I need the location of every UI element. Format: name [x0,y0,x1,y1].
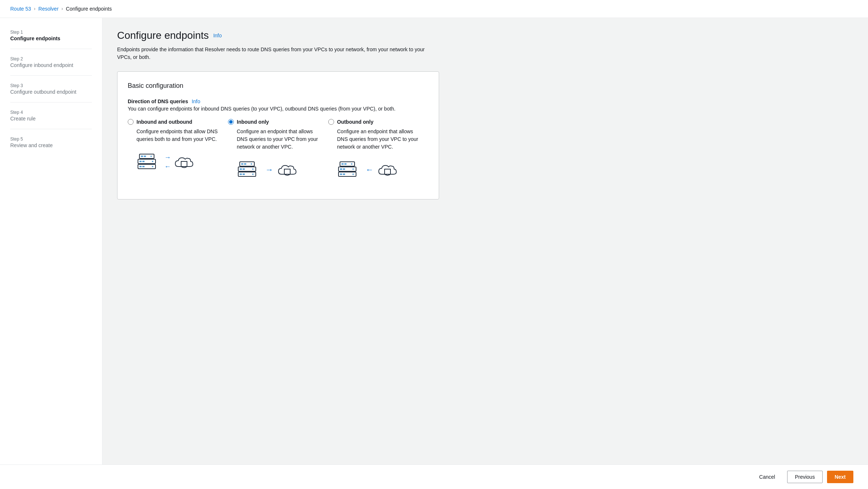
breadcrumb-sep-1: › [34,6,35,11]
svg-rect-26 [340,168,342,170]
option-inbound-only: Inbound only Configure an endpoint that … [228,119,328,189]
page-info-link[interactable]: Info [213,33,222,38]
next-button[interactable]: Next [827,471,853,483]
svg-point-7 [152,166,153,167]
svg-rect-14 [240,168,242,170]
radio-outbound-only[interactable] [328,119,334,125]
cancel-button[interactable]: Cancel [752,471,783,483]
server-stack-icon-2 [237,157,263,183]
svg-point-31 [352,173,354,175]
sidebar-step-1-name: Configure endpoints [10,36,92,41]
sidebar-divider-3 [10,102,92,102]
svg-rect-4 [139,166,142,167]
option-inbound-outbound-description: Configure endpoints that allow DNS queri… [128,128,222,143]
dns-direction-section: Direction of DNS queries Info You can co… [128,98,429,189]
sidebar-step-3-label: Step 3 [10,83,92,88]
sidebar-divider-4 [10,129,92,129]
svg-rect-34 [344,163,347,165]
breadcrumb: Route 53 › Resolver › Configure endpoint… [0,0,868,18]
dns-direction-label: Direction of DNS queries Info [128,98,429,104]
svg-rect-9 [141,156,143,157]
svg-point-30 [352,168,354,170]
page-description: Endpoints provide the information that R… [117,46,439,61]
breadcrumb-sep-2: › [61,6,63,11]
diagram-outbound-only: ← [328,157,423,183]
sidebar-step-2: Step 2 Configure inbound endpoint [0,53,102,71]
page-title: Configure endpoints [117,30,209,41]
sidebar-step-5: Step 5 Review and create [0,134,102,151]
option-inbound-only-label[interactable]: Inbound only [237,119,269,125]
option-outbound-only: Outbound only Configure an endpoint that… [328,119,429,189]
diagram-inbound-only: → [228,157,322,183]
svg-rect-33 [341,163,344,165]
cloud-shield-icon-1 [172,150,196,174]
footer-bar: Cancel Previous Next [0,464,868,488]
svg-rect-5 [142,166,145,167]
previous-button[interactable]: Previous [787,471,822,483]
option-inbound-only-description: Configure an endpoint that allows DNS qu… [228,128,322,151]
diagram-inbound-outbound: → ← [128,149,222,175]
sidebar-divider-2 [10,75,92,76]
svg-rect-16 [240,173,242,175]
sidebar-step-2-name: Configure inbound endpoint [10,62,92,68]
svg-rect-21 [241,163,243,165]
radio-inbound-outbound[interactable] [128,119,134,125]
option-inbound-outbound: Inbound and outbound Configure endpoints… [128,119,228,189]
sidebar-step-3-name: Configure outbound endpoint [10,89,92,95]
svg-rect-2 [139,161,142,162]
sidebar: Step 1 Configure endpoints Step 2 Config… [0,18,102,488]
svg-rect-22 [244,163,246,165]
sidebar-step-4-name: Create rule [10,116,92,122]
dns-direction-info-link[interactable]: Info [192,98,200,104]
svg-point-35 [351,163,352,165]
sidebar-step-5-name: Review and create [10,142,92,148]
svg-rect-28 [340,173,342,175]
svg-point-11 [150,156,152,157]
sidebar-step-5-label: Step 5 [10,137,92,142]
sidebar-step-1: Step 1 Configure endpoints [0,27,102,44]
svg-rect-10 [144,156,146,157]
svg-rect-15 [243,168,245,170]
sidebar-step-4-label: Step 4 [10,110,92,115]
dns-direction-options: Inbound and outbound Configure endpoints… [128,119,429,189]
svg-point-23 [251,163,252,165]
svg-point-6 [152,161,153,162]
breadcrumb-route53[interactable]: Route 53 [10,6,31,12]
server-stack-icon-3 [337,157,363,183]
option-outbound-only-description: Configure an endpoint that allows DNS qu… [328,128,423,151]
radio-inbound-only[interactable] [228,119,234,125]
main-content: Configure endpoints Info Endpoints provi… [102,18,454,488]
option-outbound-only-label[interactable]: Outbound only [337,119,374,125]
svg-rect-3 [142,161,145,162]
sidebar-divider-1 [10,49,92,49]
svg-rect-29 [343,173,345,175]
dns-direction-description: You can configure endpoints for inbound … [128,106,429,112]
svg-rect-17 [243,173,245,175]
breadcrumb-resolver[interactable]: Resolver [38,6,59,12]
basic-config-card: Basic configuration Direction of DNS que… [117,71,439,199]
sidebar-step-1-label: Step 1 [10,30,92,35]
sidebar-step-4: Step 4 Create rule [0,107,102,124]
cloud-shield-icon-2 [276,158,299,182]
svg-point-18 [252,168,254,170]
server-stack-icon-1 [136,149,163,175]
svg-rect-27 [343,168,345,170]
cloud-shield-icon-3 [376,158,399,182]
breadcrumb-current: Configure endpoints [66,6,112,12]
option-inbound-outbound-label[interactable]: Inbound and outbound [136,119,192,125]
sidebar-step-2-label: Step 2 [10,56,92,61]
sidebar-step-3: Step 3 Configure outbound endpoint [0,80,102,98]
svg-point-19 [252,173,254,175]
card-title: Basic configuration [128,82,429,90]
